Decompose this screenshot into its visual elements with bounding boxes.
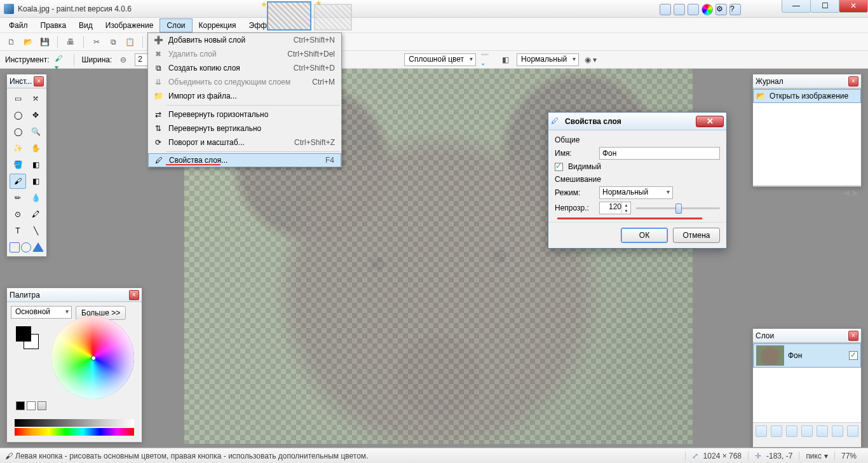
tool-recolor[interactable]: 🖍 [27, 207, 44, 222]
preset-manage[interactable] [37, 401, 46, 410]
close-icon[interactable]: × [129, 290, 139, 300]
tool-ellipse-select[interactable]: ◯ [10, 124, 26, 139]
layer-properties-dialog[interactable]: 🖊 Свойства слоя ✕ Общие Имя: Видимый Сме… [548, 112, 727, 249]
chevron-down-icon[interactable]: ▾ [824, 452, 828, 460]
menu-add-layer[interactable]: ➕Добавить новый слойCtrl+Shift+N [148, 33, 341, 47]
layers-titlebar[interactable]: Слои× [753, 329, 861, 343]
tool-clone[interactable]: ⊙ [10, 207, 26, 222]
close-icon[interactable]: × [34, 76, 44, 86]
antialias-icon[interactable]: ◧ [499, 53, 512, 66]
cancel-button[interactable]: Отмена [673, 228, 720, 243]
tool-move-sel[interactable]: ⤱ [27, 91, 44, 106]
menu-adjustments[interactable]: Коррекция [193, 19, 243, 32]
slider-thumb[interactable] [675, 204, 682, 214]
dialog-titlebar[interactable]: 🖊 Свойства слоя ✕ [548, 113, 726, 130]
colors-toggle-icon[interactable] [702, 4, 713, 15]
menu-duplicate-layer[interactable]: ⧉Создать копию слояCtrl+Shift+D [148, 61, 341, 75]
visible-checkbox[interactable] [555, 163, 563, 171]
layer-name-input[interactable] [599, 147, 720, 160]
history-window[interactable]: Журнал× 📂 Открыть изображение ◀ ▶ [752, 74, 862, 187]
preset-black[interactable] [16, 401, 25, 410]
menu-edit[interactable]: Правка [34, 19, 73, 32]
close-icon[interactable]: × [848, 76, 858, 86]
primary-color-swatch[interactable] [16, 326, 31, 342]
spin-up-icon[interactable]: ▲ [622, 202, 630, 208]
minimize-button[interactable]: — [782, 0, 811, 13]
tool-rect-select[interactable]: ▭ [10, 91, 26, 106]
preset-white[interactable] [27, 401, 36, 410]
doc-thumb-1[interactable] [267, 1, 311, 31]
blend-mode-combo[interactable]: Нормальный [599, 186, 673, 199]
history-back-icon[interactable]: ◀ [843, 188, 849, 197]
move-down-button[interactable] [832, 425, 843, 437]
close-button[interactable]: ✕ [839, 0, 868, 13]
tool-pencil[interactable]: ✏ [10, 190, 26, 205]
tool-pan[interactable]: ✋ [27, 141, 44, 156]
move-up-button[interactable] [817, 425, 828, 437]
tools-window[interactable]: Инст...× ▭ ⤱ ◯ ✥ ◯ 🔍 ✨ ✋ 🪣 ◧ 🖌 ◧ ✏ 💧 ⊙ 🖍… [6, 74, 47, 257]
history-forward-icon[interactable]: ▶ [853, 188, 858, 197]
close-icon[interactable]: × [848, 331, 858, 341]
blend-combo[interactable]: Нормальный [517, 53, 579, 66]
print-icon[interactable]: 🖶 [64, 36, 77, 48]
menu-merge-layer[interactable]: ⇊Объединить со следующим слоемCtrl+M [148, 75, 341, 89]
tool-lasso[interactable]: ◯ [10, 107, 26, 123]
opacity-slider[interactable] [636, 202, 720, 214]
menu-rotate-zoom[interactable]: ⟳Поворот и масштаб...Ctrl+Shift+Z [148, 135, 341, 149]
tool-move[interactable]: ✥ [27, 107, 44, 123]
merge-layer-button[interactable] [801, 425, 813, 437]
status-unit[interactable]: пикс [806, 452, 822, 460]
tool-eraser[interactable]: ◧ [27, 174, 44, 189]
tool-freeform[interactable] [32, 242, 44, 252]
menu-import-file[interactable]: 📁Импорт из файла... [148, 89, 341, 103]
doc-thumb-2[interactable] [314, 4, 352, 31]
width-decrease-icon[interactable]: ⊖ [117, 53, 130, 66]
maximize-button[interactable]: ☐ [810, 0, 839, 13]
delete-layer-button[interactable] [771, 425, 782, 437]
colors-window[interactable]: Палитра× Основной Больше >> [6, 287, 142, 443]
menu-flip-h[interactable]: ⇄Перевернуть горизонтально [148, 107, 341, 121]
color-wheel[interactable] [51, 316, 134, 399]
history-toggle-icon[interactable] [674, 4, 685, 15]
colors-titlebar[interactable]: Палитра× [7, 288, 142, 302]
menu-view[interactable]: Вид [72, 19, 99, 32]
layer-visible-checkbox[interactable] [849, 351, 858, 360]
tool-ellipse[interactable] [21, 242, 31, 252]
add-layer-button[interactable] [756, 425, 767, 437]
tool-line[interactable]: ╲ [27, 223, 44, 238]
history-titlebar[interactable]: Журнал× [753, 74, 861, 88]
copy-icon[interactable]: ⧉ [107, 36, 119, 48]
opacity-spinbox[interactable]: 120 ▲▼ [599, 202, 631, 214]
history-item[interactable]: 📂 Открыть изображение [753, 89, 861, 103]
menu-layers[interactable]: Слои [159, 18, 192, 32]
menu-image[interactable]: Изображение [99, 19, 160, 32]
tool-text[interactable]: T [10, 223, 26, 238]
menu-file[interactable]: Файл [3, 19, 34, 32]
ok-button[interactable]: ОК [621, 228, 668, 243]
value-strip[interactable] [15, 419, 134, 427]
menu-delete-layer[interactable]: ✖Удалить слойCtrl+Shift+Del [148, 47, 341, 61]
tool-rect[interactable] [10, 242, 20, 252]
menu-flip-v[interactable]: ⇅Перевернуть вертикально [148, 121, 341, 135]
spin-down-icon[interactable]: ▼ [622, 208, 630, 214]
status-zoom[interactable]: 77% [841, 452, 857, 460]
tools-toggle-icon[interactable] [660, 4, 671, 15]
layer-item[interactable]: Фон [753, 343, 861, 368]
open-icon[interactable]: 📂 [22, 36, 34, 48]
layers-toggle-icon[interactable] [688, 4, 699, 15]
dialog-close-button[interactable]: ✕ [696, 116, 724, 127]
paste-icon[interactable]: 📋 [123, 36, 136, 48]
tool-zoom[interactable]: 🔍 [27, 124, 44, 139]
tool-gradient[interactable]: ◧ [27, 157, 44, 172]
more-options-icon[interactable]: ◉ ▾ [584, 53, 597, 66]
tool-color-picker[interactable]: 💧 [27, 190, 44, 205]
layer-properties-button[interactable] [847, 425, 858, 437]
fill-combo[interactable]: Сплошной цвет [404, 53, 476, 66]
hue-strip[interactable] [15, 428, 134, 436]
help-icon[interactable]: ? [729, 4, 741, 15]
cut-icon[interactable]: ✂ [90, 36, 103, 48]
settings-icon[interactable]: ⚙ [715, 4, 727, 15]
curve-icon[interactable]: 〰 ▾ [481, 53, 494, 66]
save-icon[interactable]: 💾 [38, 36, 51, 48]
tools-titlebar[interactable]: Инст...× [7, 74, 46, 88]
